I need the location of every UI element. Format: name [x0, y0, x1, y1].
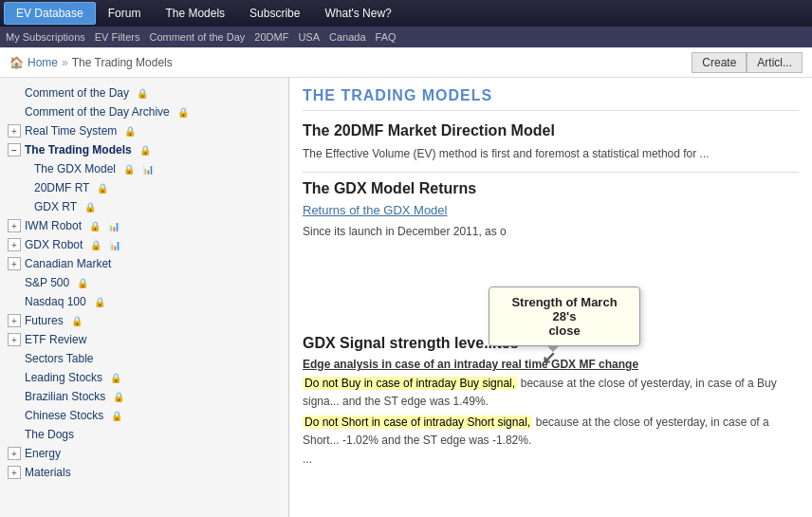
- sidebar-item-canadian-market[interactable]: + Canadian Market: [0, 254, 288, 273]
- lock-icon: 🔒: [139, 145, 151, 156]
- expand-icon[interactable]: +: [8, 124, 21, 138]
- sidebar-label: GDX RT: [34, 200, 77, 213]
- sidebar-label: Sectors Table: [25, 352, 94, 365]
- section2-text: Since its launch in December 2011, as o: [303, 223, 799, 240]
- breadcrumb: 🏠 Home » The Trading Models: [9, 56, 173, 69]
- expand-icon[interactable]: +: [8, 333, 21, 346]
- create-button[interactable]: Create: [692, 52, 747, 73]
- sidebar-item-sectors-table[interactable]: Sectors Table: [0, 349, 288, 368]
- chart-icon: 📊: [108, 221, 120, 231]
- sidebar-label: S&P 500: [25, 276, 69, 289]
- nav-my-subscriptions[interactable]: My Subscriptions: [6, 31, 85, 43]
- sidebar-label: 20DMF RT: [34, 181, 89, 194]
- sidebar-label: Chinese Stocks: [25, 409, 103, 422]
- content-area: THE TRADING MODELS The 20DMF Market Dire…: [289, 78, 812, 517]
- buy-signal-text: Do not Buy in case of intraday Buy signa…: [303, 377, 517, 390]
- sidebar-item-real-time[interactable]: + Real Time System 🔒: [0, 121, 288, 140]
- lock-icon: 🔒: [71, 316, 83, 326]
- sidebar-label: Materials: [25, 466, 71, 479]
- sidebar-label: The GDX Model: [34, 162, 116, 175]
- sidebar-item-futures[interactable]: + Futures 🔒: [0, 311, 288, 330]
- lock-icon: 🔒: [94, 297, 105, 307]
- sidebar-label: Futures: [25, 314, 64, 327]
- collapse-icon[interactable]: −: [8, 143, 21, 157]
- nav-faq[interactable]: FAQ: [376, 31, 397, 43]
- nav-ev-filters[interactable]: EV Filters: [95, 31, 140, 43]
- sidebar-item-iwm-robot[interactable]: + IWM Robot 🔒 📊: [0, 216, 288, 235]
- expand-icon[interactable]: +: [8, 238, 21, 251]
- nav-usa[interactable]: USA: [298, 31, 320, 43]
- lock-icon: 🔒: [77, 278, 88, 288]
- expand-icon[interactable]: +: [8, 447, 21, 460]
- sidebar-item-trading-models[interactable]: − The Trading Models 🔒: [0, 140, 288, 159]
- sidebar-item-nasdaq100[interactable]: Nasdaq 100 🔒: [0, 292, 288, 311]
- sidebar-item-comment-archive[interactable]: Comment of the Day Archive 🔒: [0, 102, 288, 121]
- sidebar-item-20dmf-rt[interactable]: 20DMF RT 🔒: [0, 178, 288, 197]
- breadcrumb-sep: »: [62, 56, 68, 69]
- sidebar-item-sp500[interactable]: S&P 500 🔒: [0, 273, 288, 292]
- top-nav-bar: EV Database Forum The Models Subscribe W…: [0, 0, 812, 27]
- lock-icon: 🔒: [111, 411, 122, 421]
- lock-icon: 🔒: [177, 107, 189, 118]
- callout-line2: close: [501, 323, 628, 338]
- page-title: THE TRADING MODELS: [303, 87, 799, 111]
- callout-tooltip: Strength of March 28's close ↙: [489, 286, 640, 346]
- sidebar-label: IWM Robot: [25, 219, 82, 232]
- short-signal-text: Do not Short in case of intraday Short s…: [303, 415, 532, 429]
- sidebar-item-the-dogs[interactable]: The Dogs: [0, 425, 288, 444]
- sidebar-item-gdx-robot[interactable]: + GDX Robot 🔒 📊: [0, 235, 288, 254]
- lock-icon: 🔒: [89, 221, 101, 231]
- nav-subscribe[interactable]: Subscribe: [237, 2, 312, 25]
- sidebar-label: The Dogs: [25, 428, 74, 441]
- lock-icon: 🔒: [110, 373, 121, 383]
- sidebar-item-etf-review[interactable]: + ETF Review: [0, 330, 288, 349]
- lock-icon: 🔒: [113, 392, 124, 402]
- sidebar-label: Brazilian Stocks: [25, 390, 105, 403]
- short-signal-row: Do not Short in case of intraday Short s…: [303, 414, 799, 449]
- sidebar-item-gdx-rt[interactable]: GDX RT 🔒: [0, 197, 288, 216]
- callout-line1: Strength of March 28's: [501, 295, 628, 323]
- nav-ev-database[interactable]: EV Database: [4, 2, 96, 25]
- chart-icon: 📊: [109, 240, 120, 250]
- expand-icon[interactable]: +: [8, 314, 21, 327]
- sidebar-item-energy[interactable]: + Energy: [0, 444, 288, 463]
- lock-icon: 🔒: [97, 183, 108, 194]
- sidebar-item-gdx-model[interactable]: The GDX Model 🔒 📊: [0, 159, 288, 178]
- lock-icon: 🔒: [90, 240, 102, 250]
- trailing-dots: ...: [303, 452, 799, 466]
- expand-icon[interactable]: +: [8, 219, 21, 232]
- lock-icon: 🔒: [84, 202, 96, 212]
- main-layout: Comment of the Day 🔒 Comment of the Day …: [0, 78, 812, 517]
- sidebar-item-chinese-stocks[interactable]: Chinese Stocks 🔒: [0, 406, 288, 425]
- expand-icon[interactable]: +: [8, 466, 21, 479]
- nav-the-models[interactable]: The Models: [153, 2, 237, 25]
- sidebar-label: Comment of the Day Archive: [25, 105, 170, 119]
- home-icon: 🏠: [9, 56, 24, 69]
- lock-icon: 🔒: [137, 88, 148, 99]
- sidebar-label: Comment of the Day: [25, 86, 129, 100]
- nav-20dmf[interactable]: 20DMF: [254, 31, 288, 43]
- sidebar-label: Energy: [25, 447, 61, 460]
- sidebar-label: Canadian Market: [25, 257, 111, 270]
- section1-text: The Effective Volume (EV) method is firs…: [303, 145, 799, 162]
- sidebar-label: GDX Robot: [25, 238, 83, 251]
- expand-icon[interactable]: +: [8, 257, 21, 270]
- breadcrumb-current: The Trading Models: [72, 56, 173, 69]
- sidebar-item-brazilian-stocks[interactable]: Brazilian Stocks 🔒: [0, 387, 288, 406]
- sidebar-item-materials[interactable]: + Materials: [0, 463, 288, 482]
- nav-canada[interactable]: Canada: [329, 31, 366, 43]
- sidebar-item-leading-stocks[interactable]: Leading Stocks 🔒: [0, 368, 288, 387]
- lock-icon: 🔒: [123, 164, 135, 175]
- nav-forum[interactable]: Forum: [96, 2, 154, 25]
- breadcrumb-home[interactable]: Home: [28, 56, 58, 69]
- section2-link[interactable]: Returns of the GDX Model: [303, 203, 447, 217]
- nav-whats-new[interactable]: What's New?: [312, 2, 403, 25]
- sidebar-label: ETF Review: [25, 333, 86, 346]
- top-action-buttons: Create Articl...: [692, 52, 803, 73]
- sidebar-item-comment-of-day[interactable]: Comment of the Day 🔒: [0, 83, 288, 102]
- sidebar-label: Nasdaq 100: [25, 295, 86, 308]
- second-nav-bar: My Subscriptions EV Filters Comment of t…: [0, 27, 812, 47]
- nav-comment-of-day[interactable]: Comment of the Day: [149, 31, 245, 43]
- sidebar-label: Leading Stocks: [25, 371, 102, 384]
- article-button[interactable]: Articl...: [747, 52, 803, 73]
